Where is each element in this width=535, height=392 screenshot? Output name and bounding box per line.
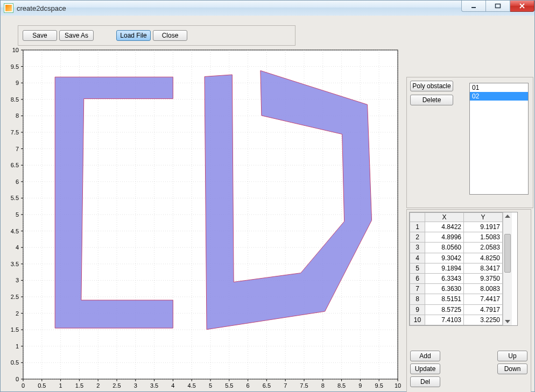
row-header: 6 (410, 273, 425, 283)
table-row[interactable]: 49.30424.8250 (410, 253, 503, 263)
cell-x[interactable]: 6.3343 (425, 273, 464, 283)
x-tick-label: 7.5 (300, 382, 308, 389)
y-tick-label: 2 (16, 310, 19, 317)
row-header: 1 (410, 222, 425, 232)
table-row[interactable]: 88.51517.4417 (410, 294, 503, 304)
table-row[interactable]: 14.84229.1917 (410, 222, 503, 232)
move-down-button[interactable]: Down (497, 364, 527, 374)
minimize-button[interactable] (461, 1, 486, 12)
cell-y[interactable]: 9.1917 (464, 222, 503, 232)
cell-y[interactable]: 7.4417 (464, 294, 503, 304)
save-as-button[interactable]: Save As (59, 30, 94, 41)
table-row[interactable]: 66.33439.3750 (410, 273, 503, 283)
row-header: 2 (410, 232, 425, 243)
cell-y[interactable]: 8.3417 (464, 263, 503, 273)
x-tick-label: 3.5 (150, 382, 158, 389)
close-button[interactable]: Close (153, 30, 187, 41)
plot-axes[interactable]: 00.511.522.533.544.555.566.577.588.599.5… (4, 48, 402, 390)
update-row-button[interactable]: Update (410, 364, 440, 374)
move-up-button[interactable]: Up (497, 351, 527, 361)
table-row[interactable]: 59.18948.3417 (410, 263, 503, 273)
y-tick-label: 9 (16, 80, 19, 86)
app-window: create2dcspace Save Save As Load File Cl… (0, 0, 535, 392)
poly-obstacle-button[interactable]: Poly obstacle (410, 81, 453, 91)
cell-x[interactable]: 8.5151 (425, 294, 464, 304)
obstacle-listbox[interactable]: 0102 (469, 83, 529, 195)
cell-y[interactable]: 9.3750 (464, 273, 503, 283)
window-body: Save Save As Load File Close 00.511.522.… (1, 16, 534, 391)
cell-x[interactable]: 8.5725 (425, 304, 464, 315)
cell-x[interactable]: 4.8422 (425, 222, 464, 232)
svg-rect-1 (496, 4, 501, 8)
y-tick-label: 0 (16, 376, 19, 382)
x-tick-label: 3 (134, 382, 137, 389)
y-tick-label: 9.5 (11, 63, 19, 70)
y-tick-label: 5 (16, 211, 19, 218)
table-row[interactable]: 98.57254.7917 (410, 304, 503, 315)
cell-y[interactable]: 1.5083 (464, 232, 503, 243)
cell-x[interactable]: 6.3630 (425, 284, 464, 294)
delete-obstacle-button[interactable]: Delete (410, 95, 453, 105)
y-tick-label: 4.5 (11, 228, 19, 234)
x-tick-label: 2 (96, 382, 100, 389)
app-icon (4, 3, 13, 13)
x-tick-label: 6.5 (263, 382, 271, 389)
maximize-button[interactable] (486, 1, 510, 12)
svg-rect-0 (471, 7, 476, 8)
table-scrollbar[interactable] (503, 212, 512, 325)
x-tick-label: 0 (22, 382, 25, 389)
cell-y[interactable]: 4.7917 (464, 304, 503, 315)
x-tick-label: 6 (247, 382, 250, 389)
cell-y[interactable]: 2.0583 (464, 243, 503, 253)
load-file-button[interactable]: Load File (116, 30, 151, 41)
x-tick-label: 8.5 (337, 382, 346, 389)
row-header: 3 (410, 243, 425, 253)
x-tick-label: 0.5 (38, 382, 46, 389)
row-header: 7 (410, 284, 425, 294)
y-tick-label: 2.5 (11, 294, 19, 300)
x-tick-label: 5 (209, 382, 212, 389)
column-header-x[interactable]: X (425, 213, 464, 222)
table-row[interactable]: 76.36308.0083 (410, 284, 503, 294)
toolbar: Save Save As Load File Close (18, 25, 295, 46)
row-header: 4 (410, 253, 425, 263)
y-tick-label: 1.5 (11, 326, 19, 333)
column-header-y[interactable]: Y (464, 213, 503, 222)
row-header: 10 (410, 315, 425, 325)
row-header: 8 (410, 294, 425, 304)
table-row[interactable]: 107.41033.2250 (410, 315, 503, 325)
close-window-button[interactable] (510, 1, 534, 12)
delete-row-button[interactable]: Del (410, 376, 440, 387)
obstacle-list-item[interactable]: 01 (470, 83, 528, 92)
table-row[interactable]: 38.05602.0583 (410, 243, 503, 253)
window-title: create2dcspace (17, 4, 66, 12)
y-tick-label: 8 (16, 112, 19, 119)
table-row[interactable]: 24.89961.5083 (410, 232, 503, 243)
y-tick-label: 4 (16, 244, 19, 251)
cell-x[interactable]: 9.3042 (425, 253, 464, 263)
x-tick-label: 4.5 (188, 382, 196, 389)
y-tick-label: 6.5 (11, 162, 19, 168)
y-tick-label: 10 (12, 48, 19, 53)
y-tick-label: 1 (16, 343, 19, 350)
y-tick-label: 0.5 (11, 359, 19, 366)
y-tick-label: 3 (16, 277, 19, 283)
y-tick-label: 5.5 (11, 195, 19, 201)
y-tick-label: 3.5 (11, 261, 19, 267)
window-controls (461, 1, 534, 11)
cell-x[interactable]: 4.8996 (425, 232, 464, 243)
cell-y[interactable]: 4.8250 (464, 253, 503, 263)
x-tick-label: 9.5 (375, 382, 383, 389)
cell-y[interactable]: 3.2250 (464, 315, 503, 325)
y-tick-label: 7.5 (11, 129, 19, 136)
obstacle-list-item[interactable]: 02 (470, 92, 528, 101)
cell-x[interactable]: 7.4103 (425, 315, 464, 325)
cell-y[interactable]: 8.0083 (464, 284, 503, 294)
cell-x[interactable]: 9.1894 (425, 263, 464, 273)
x-tick-label: 2.5 (112, 382, 121, 389)
row-header: 5 (410, 263, 425, 273)
add-row-button[interactable]: Add (410, 351, 440, 361)
coordinates-table[interactable]: X Y 14.84229.191724.89961.508338.05602.0… (409, 212, 518, 326)
cell-x[interactable]: 8.0560 (425, 243, 464, 253)
save-button[interactable]: Save (23, 30, 57, 41)
